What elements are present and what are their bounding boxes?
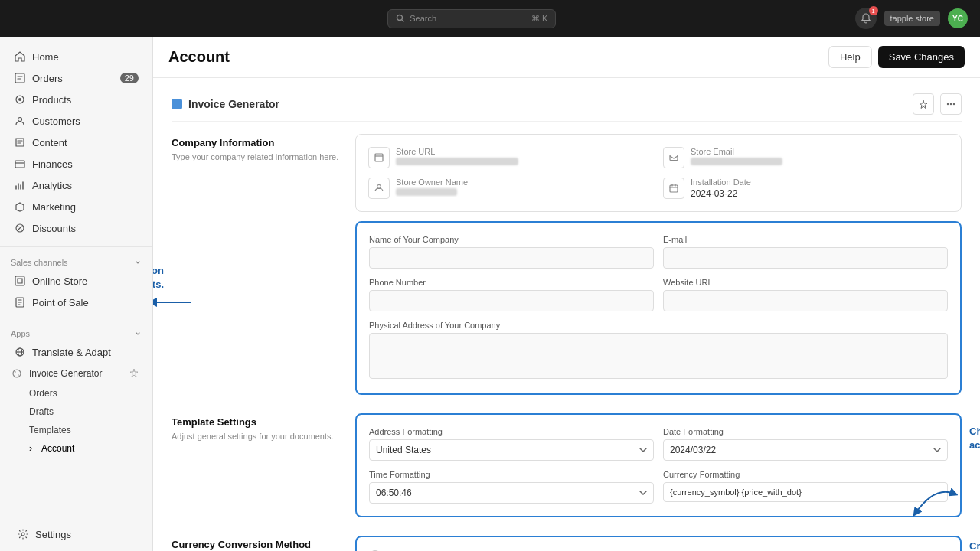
template-settings-card: Address Formatting United States Date Fo… — [355, 413, 962, 517]
content-area: Account Help Save Changes Invoice Genera… — [153, 37, 980, 551]
store-email-item: Store Email — [663, 147, 949, 168]
address-format-select[interactable]: United States — [369, 439, 654, 461]
marketing-icon — [14, 201, 26, 213]
plugin-dot — [172, 99, 182, 109]
svg-point-3 — [18, 98, 21, 101]
currency-card: Main Store Currency Select this option i… — [355, 536, 962, 551]
bell-icon — [861, 13, 871, 24]
expand-icon — [134, 259, 142, 266]
phone-field: Phone Number — [369, 278, 654, 311]
company-name-field: Name of Your Company — [369, 235, 654, 269]
orders-badge: 29 — [120, 73, 139, 83]
company-name-input[interactable] — [369, 247, 654, 269]
svg-point-0 — [397, 15, 403, 21]
sidebar-item-point-of-sale[interactable]: Point of Sale — [3, 292, 149, 313]
notification-button[interactable]: 1 — [855, 8, 877, 29]
formatting-annotation: Change formatting options according to y… — [969, 425, 980, 452]
date-format-field: Date Formatting 2024/03/22 — [663, 427, 948, 461]
page-title: Account — [168, 48, 230, 66]
save-button[interactable]: Save Changes — [878, 46, 965, 68]
installation-date-value: 2024-03-22 — [691, 188, 751, 199]
header-actions: Help Save Changes — [828, 46, 965, 68]
store-selector[interactable]: tapple store — [884, 11, 940, 26]
sidebar-item-analytics[interactable]: Analytics — [3, 174, 149, 196]
sidebar-item-orders[interactable]: Orders 29 — [3, 67, 149, 89]
address-textarea[interactable] — [369, 333, 948, 379]
store-url-item: Store URL — [368, 147, 654, 168]
sidebar-item-discounts[interactable]: Discounts — [3, 217, 149, 239]
company-info-title: Company Information — [172, 137, 340, 148]
phone-input[interactable] — [369, 290, 654, 311]
template-grid: Address Formatting United States Date Fo… — [369, 427, 948, 504]
svg-point-15 — [953, 103, 955, 105]
store-info-card: Store URL Store Email — [355, 134, 962, 212]
company-form-card: Name of Your Company E-mail — [355, 221, 962, 395]
company-form-top: Name of Your Company E-mail — [369, 235, 948, 269]
sidebar-item-home[interactable]: Home — [3, 46, 149, 67]
company-info-desc: Type your company related information he… — [172, 152, 340, 163]
sidebar-item-content-label: Content — [32, 137, 67, 148]
date-format-select[interactable]: 2024/03/22 — [663, 439, 948, 461]
content-header: Account Help Save Changes — [153, 37, 980, 78]
plugin-header: Invoice Generator — [172, 93, 962, 122]
help-button[interactable]: Help — [828, 46, 872, 68]
company-info-section: Company Information Type your company re… — [172, 134, 962, 395]
sidebar-sub-drafts[interactable]: Drafts — [0, 403, 152, 421]
sidebar-item-products[interactable]: Products — [3, 89, 149, 110]
sidebar-item-online-store[interactable]: Online Store — [3, 270, 149, 292]
sidebar-sub-templates[interactable]: Templates — [0, 421, 152, 439]
sidebar-item-products-label: Products — [32, 94, 71, 106]
email-input[interactable] — [663, 247, 948, 269]
company-arrow-svg — [153, 287, 194, 318]
settings-icon — [17, 528, 29, 540]
user-avatar[interactable]: YC — [948, 8, 968, 28]
finances-icon — [14, 158, 26, 170]
svg-rect-19 — [670, 185, 678, 192]
sections-wrapper: Company Information Type your company re… — [172, 134, 962, 551]
svg-point-13 — [947, 103, 949, 105]
more-button[interactable] — [940, 93, 962, 115]
sidebar-item-customers[interactable]: Customers — [3, 110, 149, 132]
store-email-icon — [663, 147, 684, 168]
products-icon — [14, 93, 26, 106]
address-field: Physical Address of Your Company — [369, 321, 948, 381]
store-name: tapple store — [890, 14, 934, 23]
sidebar-item-marketing[interactable]: Marketing — [3, 196, 149, 217]
settings-section: Settings — [0, 517, 152, 545]
sidebar-item-content[interactable]: Content — [3, 132, 149, 153]
sidebar-item-point-of-sale-label: Point of Sale — [32, 297, 89, 308]
company-info-cards: Store URL Store Email — [355, 134, 962, 395]
search-icon — [396, 14, 405, 23]
sidebar-sub-orders[interactable]: Orders — [0, 384, 152, 403]
sidebar-item-online-store-label: Online Store — [32, 276, 87, 287]
currency-conversion-section: Currency Conversion Method Adjust multi-… — [172, 536, 962, 551]
sidebar-sub-account[interactable]: › Account — [0, 439, 152, 458]
time-format-select[interactable]: 06:50:46 — [369, 482, 654, 504]
sidebar-item-translate[interactable]: Translate & Adapt — [3, 341, 149, 363]
search-bar[interactable]: Search ⌘ K — [387, 9, 556, 28]
svg-rect-1 — [15, 73, 24, 83]
svg-point-4 — [18, 118, 22, 122]
sidebar-invoice-generator[interactable]: Invoice Generator — [3, 363, 149, 384]
address-format-field: Address Formatting United States — [369, 427, 654, 461]
svg-point-11 — [13, 370, 21, 377]
online-store-icon — [14, 275, 26, 287]
store-owner-item: Store Owner Name — [368, 178, 654, 199]
store-owner-value — [396, 188, 457, 196]
website-input[interactable] — [663, 290, 948, 311]
pin-button[interactable] — [913, 93, 934, 115]
sidebar-item-discounts-label: Discounts — [32, 223, 76, 234]
currency-format-value: {currency_symbol} {price_with_dot} — [663, 482, 948, 502]
top-bar: Search ⌘ K 1 tapple store YC — [0, 0, 980, 37]
store-info-grid: Store URL Store Email — [368, 147, 949, 199]
sidebar-item-finances[interactable]: Finances — [3, 153, 149, 174]
notification-badge: 1 — [869, 6, 878, 15]
sidebar-item-orders-label: Orders — [32, 73, 63, 84]
svg-rect-5 — [15, 161, 24, 168]
store-owner-icon — [368, 178, 390, 199]
template-settings-title: Template Settings — [172, 416, 340, 428]
template-settings-section: Template Settings Adjust general setting… — [172, 413, 962, 517]
top-bar-right: 1 tapple store YC — [855, 8, 968, 29]
sidebar-item-settings[interactable]: Settings — [6, 523, 146, 545]
plugin-actions — [913, 93, 962, 115]
